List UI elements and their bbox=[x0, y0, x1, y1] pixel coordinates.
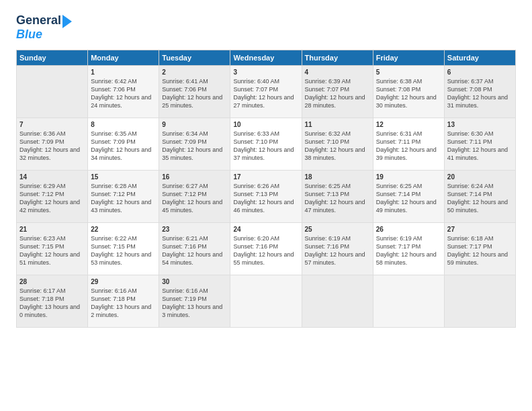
calendar-cell: 29Sunrise: 6:16 AMSunset: 7:18 PMDayligh… bbox=[88, 275, 159, 327]
cell-content: Sunrise: 6:39 AMSunset: 7:07 PMDaylight:… bbox=[305, 77, 370, 110]
calendar-cell: 27Sunrise: 6:18 AMSunset: 7:17 PMDayligh… bbox=[444, 222, 515, 275]
col-friday: Friday bbox=[373, 50, 444, 65]
day-number: 16 bbox=[162, 173, 227, 181]
cell-content: Sunrise: 6:22 AMSunset: 7:15 PMDaylight:… bbox=[91, 234, 156, 267]
cell-content: Sunrise: 6:42 AMSunset: 7:06 PMDaylight:… bbox=[91, 77, 156, 110]
calendar-cell bbox=[373, 275, 444, 327]
col-wednesday: Wednesday bbox=[230, 50, 302, 65]
calendar-cell: 20Sunrise: 6:24 AMSunset: 7:14 PMDayligh… bbox=[444, 170, 515, 222]
col-sunday: Sunday bbox=[17, 50, 88, 65]
day-number: 26 bbox=[376, 226, 441, 233]
cell-content: Sunrise: 6:26 AMSunset: 7:13 PMDaylight:… bbox=[233, 182, 298, 215]
day-number: 24 bbox=[233, 226, 298, 233]
day-number: 9 bbox=[162, 121, 227, 128]
calendar-cell: 22Sunrise: 6:22 AMSunset: 7:15 PMDayligh… bbox=[88, 222, 159, 275]
calendar-cell: 18Sunrise: 6:25 AMSunset: 7:13 PMDayligh… bbox=[302, 170, 373, 222]
calendar-cell: 30Sunrise: 6:16 AMSunset: 7:19 PMDayligh… bbox=[159, 275, 230, 327]
calendar-cell bbox=[17, 65, 88, 118]
cell-content: Sunrise: 6:41 AMSunset: 7:06 PMDaylight:… bbox=[162, 77, 227, 110]
day-number: 10 bbox=[233, 121, 298, 128]
calendar-cell: 24Sunrise: 6:20 AMSunset: 7:16 PMDayligh… bbox=[230, 222, 302, 275]
calendar-week-2: 14Sunrise: 6:29 AMSunset: 7:12 PMDayligh… bbox=[17, 170, 516, 222]
calendar-cell: 16Sunrise: 6:27 AMSunset: 7:12 PMDayligh… bbox=[159, 170, 230, 222]
calendar-cell: 21Sunrise: 6:23 AMSunset: 7:15 PMDayligh… bbox=[17, 222, 88, 275]
day-number: 25 bbox=[305, 226, 370, 233]
day-number: 12 bbox=[376, 121, 441, 128]
calendar-cell: 11Sunrise: 6:32 AMSunset: 7:10 PMDayligh… bbox=[302, 118, 373, 170]
cell-content: Sunrise: 6:24 AMSunset: 7:14 PMDaylight:… bbox=[447, 182, 513, 215]
calendar-cell: 3Sunrise: 6:40 AMSunset: 7:07 PMDaylight… bbox=[230, 65, 302, 118]
day-number: 1 bbox=[91, 68, 156, 76]
col-tuesday: Tuesday bbox=[159, 50, 230, 65]
cell-content: Sunrise: 6:38 AMSunset: 7:08 PMDaylight:… bbox=[376, 77, 441, 110]
cell-content: Sunrise: 6:25 AMSunset: 7:14 PMDaylight:… bbox=[376, 182, 441, 215]
cell-content: Sunrise: 6:28 AMSunset: 7:12 PMDaylight:… bbox=[91, 182, 156, 215]
cell-content: Sunrise: 6:19 AMSunset: 7:17 PMDaylight:… bbox=[376, 234, 441, 267]
cell-content: Sunrise: 6:33 AMSunset: 7:10 PMDaylight:… bbox=[233, 130, 298, 163]
cell-content: Sunrise: 6:16 AMSunset: 7:18 PMDaylight:… bbox=[91, 287, 156, 320]
cell-content: Sunrise: 6:16 AMSunset: 7:19 PMDaylight:… bbox=[162, 287, 227, 320]
day-number: 28 bbox=[19, 278, 85, 285]
cell-content: Sunrise: 6:17 AMSunset: 7:18 PMDaylight:… bbox=[19, 287, 85, 320]
calendar-cell: 5Sunrise: 6:38 AMSunset: 7:08 PMDaylight… bbox=[373, 65, 444, 118]
day-number: 22 bbox=[91, 226, 156, 233]
calendar-cell: 1Sunrise: 6:42 AMSunset: 7:06 PMDaylight… bbox=[88, 65, 159, 118]
day-number: 19 bbox=[376, 173, 441, 181]
day-number: 6 bbox=[447, 68, 513, 76]
cell-content: Sunrise: 6:35 AMSunset: 7:09 PMDaylight:… bbox=[91, 130, 156, 163]
calendar-cell: 14Sunrise: 6:29 AMSunset: 7:12 PMDayligh… bbox=[17, 170, 88, 222]
logo: General Blue bbox=[16, 13, 72, 42]
cell-content: Sunrise: 6:31 AMSunset: 7:11 PMDaylight:… bbox=[376, 130, 441, 163]
header-row: Sunday Monday Tuesday Wednesday Thursday… bbox=[17, 50, 516, 65]
calendar-cell: 4Sunrise: 6:39 AMSunset: 7:07 PMDaylight… bbox=[302, 65, 373, 118]
calendar-cell bbox=[230, 275, 302, 327]
calendar-cell: 2Sunrise: 6:41 AMSunset: 7:06 PMDaylight… bbox=[159, 65, 230, 118]
calendar-cell: 19Sunrise: 6:25 AMSunset: 7:14 PMDayligh… bbox=[373, 170, 444, 222]
calendar-week-3: 21Sunrise: 6:23 AMSunset: 7:15 PMDayligh… bbox=[17, 222, 516, 275]
calendar-table: Sunday Monday Tuesday Wednesday Thursday… bbox=[16, 50, 516, 328]
day-number: 20 bbox=[447, 173, 513, 181]
col-monday: Monday bbox=[88, 50, 159, 65]
calendar-week-0: 1Sunrise: 6:42 AMSunset: 7:06 PMDaylight… bbox=[17, 65, 516, 118]
calendar-cell: 6Sunrise: 6:37 AMSunset: 7:08 PMDaylight… bbox=[444, 65, 515, 118]
day-number: 4 bbox=[305, 68, 370, 76]
day-number: 3 bbox=[233, 68, 298, 76]
calendar-cell bbox=[444, 275, 515, 327]
calendar-week-1: 7Sunrise: 6:36 AMSunset: 7:09 PMDaylight… bbox=[17, 118, 516, 170]
day-number: 18 bbox=[305, 173, 370, 181]
day-number: 7 bbox=[19, 121, 85, 128]
day-number: 15 bbox=[91, 173, 156, 181]
logo-arrow-icon bbox=[62, 15, 72, 28]
cell-content: Sunrise: 6:40 AMSunset: 7:07 PMDaylight:… bbox=[233, 77, 298, 110]
calendar-cell: 23Sunrise: 6:21 AMSunset: 7:16 PMDayligh… bbox=[159, 222, 230, 275]
cell-content: Sunrise: 6:27 AMSunset: 7:12 PMDaylight:… bbox=[162, 182, 227, 215]
cell-content: Sunrise: 6:37 AMSunset: 7:08 PMDaylight:… bbox=[447, 77, 513, 110]
cell-content: Sunrise: 6:34 AMSunset: 7:09 PMDaylight:… bbox=[162, 130, 227, 163]
calendar-week-4: 28Sunrise: 6:17 AMSunset: 7:18 PMDayligh… bbox=[17, 275, 516, 327]
day-number: 11 bbox=[305, 121, 370, 128]
calendar-cell: 26Sunrise: 6:19 AMSunset: 7:17 PMDayligh… bbox=[373, 222, 444, 275]
calendar-cell: 25Sunrise: 6:19 AMSunset: 7:16 PMDayligh… bbox=[302, 222, 373, 275]
col-saturday: Saturday bbox=[444, 50, 515, 65]
calendar-cell: 28Sunrise: 6:17 AMSunset: 7:18 PMDayligh… bbox=[17, 275, 88, 327]
cell-content: Sunrise: 6:29 AMSunset: 7:12 PMDaylight:… bbox=[19, 182, 85, 215]
cell-content: Sunrise: 6:20 AMSunset: 7:16 PMDaylight:… bbox=[233, 234, 298, 267]
day-number: 27 bbox=[447, 226, 513, 233]
day-number: 14 bbox=[19, 173, 85, 181]
col-thursday: Thursday bbox=[302, 50, 373, 65]
day-number: 29 bbox=[91, 278, 156, 285]
day-number: 2 bbox=[162, 68, 227, 76]
calendar-cell: 7Sunrise: 6:36 AMSunset: 7:09 PMDaylight… bbox=[17, 118, 88, 170]
calendar-cell: 15Sunrise: 6:28 AMSunset: 7:12 PMDayligh… bbox=[88, 170, 159, 222]
calendar-cell: 12Sunrise: 6:31 AMSunset: 7:11 PMDayligh… bbox=[373, 118, 444, 170]
cell-content: Sunrise: 6:32 AMSunset: 7:10 PMDaylight:… bbox=[305, 130, 370, 163]
logo-text: General bbox=[16, 14, 61, 28]
day-number: 5 bbox=[376, 68, 441, 76]
calendar-cell: 8Sunrise: 6:35 AMSunset: 7:09 PMDaylight… bbox=[88, 118, 159, 170]
calendar-cell: 10Sunrise: 6:33 AMSunset: 7:10 PMDayligh… bbox=[230, 118, 302, 170]
cell-content: Sunrise: 6:30 AMSunset: 7:11 PMDaylight:… bbox=[447, 130, 513, 163]
header: General Blue bbox=[16, 13, 516, 42]
calendar-cell: 13Sunrise: 6:30 AMSunset: 7:11 PMDayligh… bbox=[444, 118, 515, 170]
cell-content: Sunrise: 6:25 AMSunset: 7:13 PMDaylight:… bbox=[305, 182, 370, 215]
day-number: 21 bbox=[19, 226, 85, 233]
